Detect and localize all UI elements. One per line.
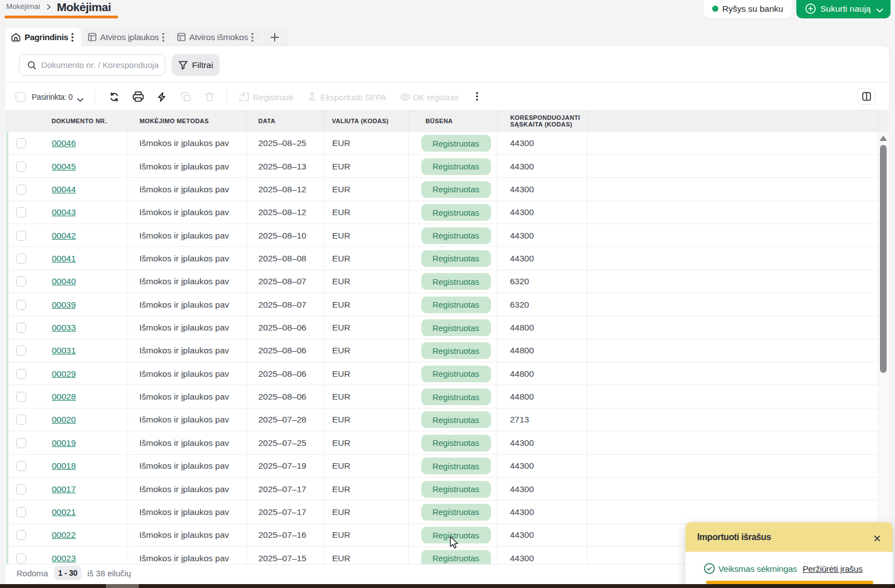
svg-text:XML: XML xyxy=(308,98,316,101)
